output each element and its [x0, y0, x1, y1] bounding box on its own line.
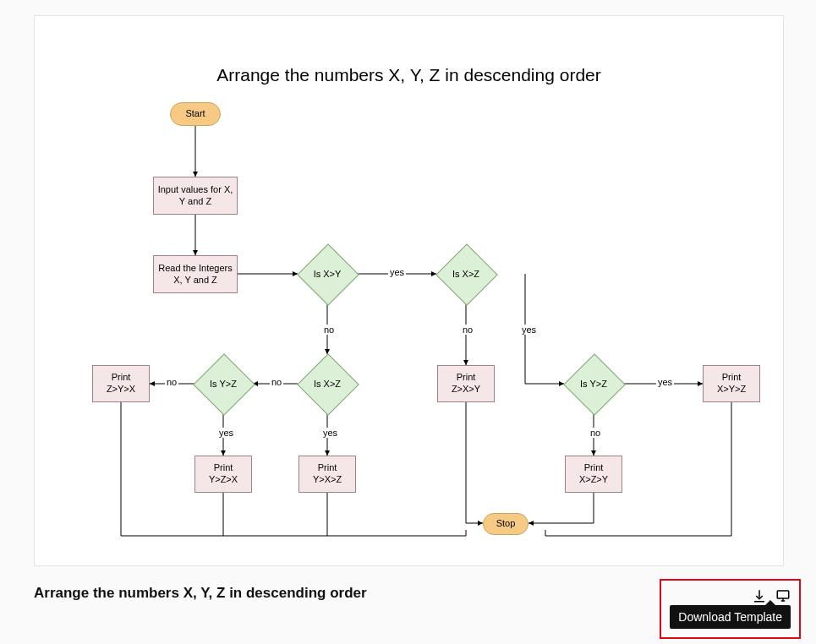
node-decision-x-gt-z-2-label: Is X>Z	[314, 379, 341, 389]
node-print-yxz: Print Y>X>Z	[298, 456, 356, 493]
download-template-tooltip-label: Download Template	[678, 610, 782, 624]
node-print-xyz: Print X>Y>Z	[703, 365, 760, 402]
node-print-yxz-label: Print Y>X>Z	[313, 462, 342, 486]
node-print-xyz-label: Print X>Y>Z	[717, 372, 746, 396]
node-decision-x-gt-z-1: Is X>Z	[445, 253, 487, 295]
node-print-yzx-label: Print Y>Z>X	[209, 462, 238, 486]
diagram-caption: Arrange the numbers X, Y, Z in descendin…	[34, 585, 367, 602]
edge-label-xz1-no: no	[461, 325, 474, 335]
node-print-zyx: Print Z>Y>X	[92, 365, 150, 402]
edge-label-xz2-no: no	[270, 377, 283, 387]
node-print-zyx-label: Print Z>Y>X	[107, 372, 135, 396]
edge-label-xz2-yes: yes	[321, 428, 339, 438]
node-read: Read the Integers X, Y and Z	[153, 255, 238, 293]
download-template-callout: Download Template	[660, 579, 801, 639]
node-decision-y-gt-z-1-label: Is Y>Z	[580, 379, 607, 389]
monitor-icon[interactable]	[775, 587, 791, 603]
page-root: Arrange the numbers X, Y, Z in descendin…	[0, 0, 816, 644]
flowchart-edges	[35, 16, 783, 565]
edge-label-yz1-yes: yes	[656, 377, 674, 387]
node-decision-x-gt-y-label: Is X>Y	[314, 269, 342, 279]
node-stop-label: Stop	[496, 518, 516, 530]
node-read-label: Read the Integers X, Y and Z	[157, 263, 233, 287]
edge-label-xy-no: no	[322, 325, 336, 335]
node-decision-y-gt-z-2-label: Is Y>Z	[210, 379, 237, 389]
node-decision-y-gt-z-2: Is Y>Z	[202, 363, 244, 405]
node-input-label: Input values for X, Y and Z	[157, 184, 233, 208]
edge-label-yz2-yes: yes	[217, 428, 235, 438]
edge-label-yz1-no: no	[589, 428, 602, 438]
node-start: Start	[170, 102, 221, 126]
edge-label-yz2-no: no	[165, 377, 178, 387]
edge-label-xz1-yes: yes	[520, 325, 538, 335]
diagram-canvas: Arrange the numbers X, Y, Z in descendin…	[34, 15, 784, 566]
node-print-zxy-label: Print Z>X>Y	[452, 372, 480, 396]
node-print-xzy: Print X>Z>Y	[565, 456, 622, 493]
node-decision-x-gt-y: Is X>Y	[306, 253, 348, 295]
node-print-xzy-label: Print X>Z>Y	[579, 462, 608, 486]
node-decision-x-gt-z-1-label: Is X>Z	[452, 269, 479, 279]
node-print-yzx: Print Y>Z>X	[194, 456, 252, 493]
edge-label-xy-yes: yes	[388, 267, 406, 277]
node-decision-x-gt-z-2: Is X>Z	[306, 363, 348, 405]
node-start-label: Start	[185, 108, 205, 120]
svg-rect-16	[777, 591, 789, 598]
node-input: Input values for X, Y and Z	[153, 177, 238, 215]
download-template-tooltip: Download Template	[670, 605, 791, 629]
node-stop: Stop	[483, 513, 528, 535]
node-print-zxy: Print Z>X>Y	[437, 365, 495, 402]
download-icon[interactable]	[752, 587, 767, 603]
node-decision-y-gt-z-1: Is Y>Z	[572, 363, 615, 405]
